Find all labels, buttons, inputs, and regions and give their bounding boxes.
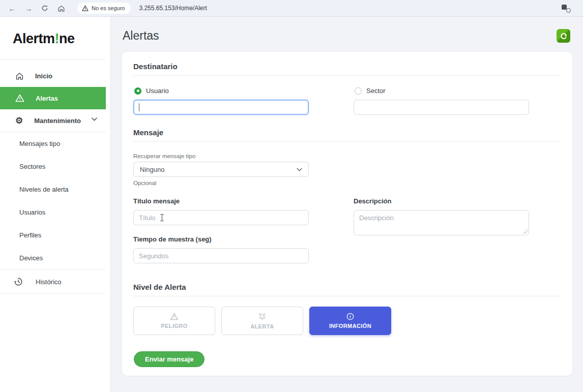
history-clock-icon <box>14 277 23 286</box>
sidebar-subitem-sectores[interactable]: Sectores <box>0 155 110 178</box>
sidebar-item-label: Inicio <box>35 72 52 80</box>
section-title-mensaje: Mensaje <box>133 128 561 137</box>
sidebar-item-label: Mantenimiento <box>34 117 81 125</box>
text-caret <box>139 103 139 111</box>
informacion-button[interactable]: INFORMACIÓN <box>309 307 391 335</box>
section-divider <box>133 296 561 296</box>
security-label: No es seguro <box>92 5 125 11</box>
sidebar: Alertm!ne Inicio Alertas ⚙ Mantenimiento… <box>0 17 111 392</box>
alerta-button[interactable]: ALERTA <box>221 307 303 335</box>
section-title-nivel: Nivel de Alerta <box>133 283 561 291</box>
page-title: Alertas <box>123 29 159 43</box>
back-icon: ← <box>9 4 16 13</box>
back-button[interactable]: ← <box>5 2 19 15</box>
resize-handle[interactable] <box>523 229 528 234</box>
sidebar-item-label: Alertas <box>36 95 58 102</box>
descripcion-label: Descripción <box>354 197 529 205</box>
logo-accent: ! <box>55 31 60 46</box>
radio-usuario[interactable] <box>134 87 141 95</box>
enviar-mensaje-button[interactable]: Enviar mensaje <box>134 351 205 367</box>
tiempo-input[interactable] <box>133 248 309 263</box>
recuperar-selected-value: Ninguno <box>140 166 164 173</box>
sidebar-divider <box>0 293 106 294</box>
alert-form-card: Destinatario Usuario Sector <box>122 52 572 376</box>
browser-toolbar: ← → No es seguro 3.255.65.153/Home/Alert <box>0 0 583 17</box>
radio-sector-label: Sector <box>366 87 386 95</box>
sidebar-item-label: Histórico <box>36 278 62 286</box>
recuperar-hint: Opcional <box>133 180 561 186</box>
reload-button[interactable] <box>38 2 52 15</box>
app-logo: Alertm!ne <box>0 17 110 59</box>
chevron-down-icon <box>92 117 97 121</box>
usuario-input[interactable] <box>133 100 309 115</box>
sidebar-subitem-devices[interactable]: Devices <box>0 247 110 269</box>
sidebar-subitem-perfiles[interactable]: Perfiles <box>0 224 110 247</box>
forward-icon: → <box>25 4 33 13</box>
sidebar-subitem-niveles-de-alerta[interactable]: Niveles de alerta <box>0 178 110 201</box>
recuperar-label: Recuperar mensaje tipo <box>133 153 561 159</box>
titulo-label: Título mensaje <box>133 197 309 205</box>
sector-input[interactable] <box>354 100 529 115</box>
info-circle-icon <box>346 313 354 320</box>
bell-icon <box>258 313 267 321</box>
sidebar-subitem-mensajes-tipo[interactable]: Mensajes tipo <box>0 132 110 155</box>
section-title-destinatario: Destinatario <box>133 62 561 71</box>
refresh-icon <box>560 32 568 40</box>
descripcion-textarea[interactable] <box>354 210 529 235</box>
home-icon <box>15 72 24 80</box>
home-button[interactable] <box>54 2 68 15</box>
alerta-label: ALERTA <box>250 323 274 329</box>
peligro-button[interactable]: PELIGRO <box>133 307 215 335</box>
sidebar-item-mantenimiento[interactable]: ⚙ Mantenimiento <box>0 109 110 132</box>
sidebar-item-historico[interactable]: Histórico <box>0 270 110 293</box>
chevron-down-icon <box>297 168 302 171</box>
main-content: Alertas Destinatario Usuario <box>111 17 583 392</box>
forward-button[interactable]: → <box>21 2 36 15</box>
alert-triangle-icon <box>15 94 24 102</box>
refresh-button[interactable] <box>557 29 570 43</box>
gear-icon: ⚙ <box>15 116 23 125</box>
home-icon <box>57 5 65 12</box>
peligro-label: PELIGRO <box>161 323 187 329</box>
url-text[interactable]: 3.255.65.153/Home/Alert <box>139 5 560 12</box>
browser-extensions-icon[interactable] <box>562 4 571 13</box>
site-security-chip[interactable]: No es seguro <box>77 3 131 14</box>
recuperar-select[interactable]: Ninguno <box>133 162 309 177</box>
tiempo-label: Tiempo de muestra (seg) <box>133 235 309 243</box>
sidebar-divider <box>0 59 106 59</box>
warning-icon <box>82 5 89 11</box>
reload-icon <box>41 5 48 12</box>
danger-triangle-icon <box>170 313 179 320</box>
sidebar-item-inicio[interactable]: Inicio <box>0 65 110 87</box>
informacion-label: INFORMACIÓN <box>329 323 371 329</box>
radio-sector[interactable] <box>355 87 362 95</box>
ibeam-cursor-icon <box>160 214 164 222</box>
sidebar-subitem-usuarios[interactable]: Usuarios <box>0 201 110 224</box>
radio-usuario-label: Usuario <box>146 87 169 95</box>
section-divider <box>133 141 561 142</box>
sidebar-item-alertas[interactable]: Alertas <box>0 87 106 109</box>
